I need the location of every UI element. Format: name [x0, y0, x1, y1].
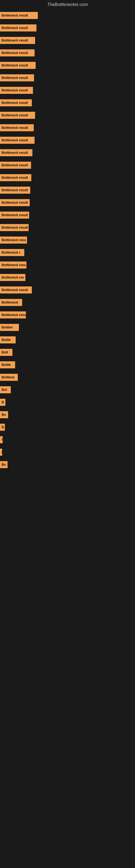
bar-row: Bot: [0, 386, 135, 394]
bar-label: I: [2, 438, 2, 442]
bottleneck-bar[interactable]: Bottle: [0, 336, 16, 343]
bottleneck-bar[interactable]: Bottle: [0, 361, 15, 368]
bar-row: Bo: [0, 461, 135, 469]
bottleneck-bar[interactable]: Bottleneck result: [0, 74, 34, 82]
bar-row: Bo: [0, 411, 135, 419]
bar-label: Bottleneck result: [2, 26, 28, 30]
bar-label: B: [2, 425, 4, 429]
bar-label: Bottle: [2, 363, 11, 367]
bar-row: Bott: [0, 349, 135, 356]
bottleneck-bar[interactable]: B: [0, 399, 5, 406]
bar-label: Bottleneck result: [2, 101, 28, 105]
bar-row: Bottleneck: [0, 299, 135, 307]
bar-label: Bottleneck result: [2, 288, 28, 292]
bottleneck-bar[interactable]: Bottleneck result: [0, 187, 30, 194]
bar-label: Bottleneck result: [2, 201, 28, 205]
bottleneck-bar[interactable]: Bottleneck result: [0, 149, 32, 156]
bottleneck-bar[interactable]: Bottleneck resu: [0, 311, 26, 318]
bar-label: Bottleneck resu: [2, 238, 26, 242]
bar-label: Bottleneck resu: [2, 263, 26, 267]
bottleneck-bar[interactable]: Bottleneck result: [0, 124, 34, 131]
bottleneck-bar[interactable]: Bottleneck result: [0, 224, 29, 231]
bar-label: I: [2, 450, 2, 454]
bottleneck-bar[interactable]: Bottleneck: [0, 299, 22, 306]
bar-row: Bottleneck result: [0, 37, 135, 44]
bar-row: Bottlene: [0, 374, 135, 381]
bar-label: Bott: [2, 350, 8, 354]
bar-label: Bottleneck result: [2, 113, 28, 117]
bottleneck-bar[interactable]: Bottleneck r: [0, 249, 24, 256]
bar-label: Bottleneck result: [2, 76, 28, 80]
bottleneck-bar[interactable]: Bottleneck resu: [0, 261, 27, 269]
bar-row: Bottleneck resu: [0, 311, 135, 319]
bar-row: B: [0, 399, 135, 406]
bar-row: Bottleneck r: [0, 249, 135, 257]
bar-label: Bottleneck result: [2, 38, 28, 42]
bar-row: Bottleneck result: [0, 212, 135, 219]
bottleneck-bar[interactable]: Bottleneck result: [0, 174, 31, 181]
bar-row: Bottleneck result: [0, 199, 135, 207]
bar-label: Bottleneck resu: [2, 313, 26, 317]
bottleneck-bar[interactable]: Bottleneck result: [0, 50, 35, 56]
bottleneck-bar[interactable]: Bottleneck result: [0, 62, 36, 69]
bar-row: Bottleneck result: [0, 74, 135, 82]
bar-row: Bottle: [0, 336, 135, 344]
bottleneck-bar[interactable]: Bott: [0, 349, 12, 356]
bar-row: Bottleneck result: [0, 87, 135, 94]
bottleneck-bar[interactable]: Bottleneck resu: [0, 237, 27, 244]
bottleneck-bar[interactable]: Bottleneck result: [0, 212, 29, 219]
bar-row: Bottleneck result: [0, 24, 135, 32]
bar-row: B: [0, 424, 135, 431]
bottleneck-bar[interactable]: Bottleneck result: [0, 162, 31, 169]
bar-row: Bottleneck result: [0, 187, 135, 194]
bar-row: Bottle: [0, 361, 135, 369]
bar-row: Bottleneck result: [0, 112, 135, 119]
bar-row: Bottleneck resu: [0, 237, 135, 244]
bottleneck-bar[interactable]: Bottleneck result: [0, 37, 35, 44]
bar-label: Bottleneck: [2, 301, 18, 304]
bar-label: Bottle: [2, 338, 11, 342]
bottleneck-bar[interactable]: Bottleneck result: [0, 199, 30, 206]
bar-row: Bottleneck result: [0, 174, 135, 182]
bar-row: Bottleneck result: [0, 149, 135, 157]
bar-label: Bot: [2, 388, 7, 392]
bottleneck-bar[interactable]: Bot: [0, 386, 11, 393]
bottleneck-bar[interactable]: Bottleneck result: [0, 286, 32, 293]
bar-row: I: [0, 436, 135, 444]
bar-label: Bo: [2, 463, 6, 467]
bar-label: B: [2, 400, 4, 404]
bottleneck-bar[interactable]: Bottleneck result: [0, 99, 32, 106]
bar-label: Bo: [2, 413, 6, 416]
bar-label: Bottleneck result: [2, 176, 28, 180]
bar-label: Bottlene: [2, 375, 14, 379]
bottleneck-bar[interactable]: Bottlene: [0, 374, 18, 381]
bar-row: Bottleneck result: [0, 286, 135, 294]
bar-row: I: [0, 448, 135, 456]
bottleneck-bar[interactable]: Bottleneck result: [0, 87, 33, 94]
bar-label: Bottleneck result: [2, 63, 28, 67]
bottleneck-bar[interactable]: Bottlen: [0, 324, 19, 331]
bar-label: Bottleneck result: [2, 88, 28, 92]
bar-label: Bottleneck result: [2, 51, 28, 55]
bottleneck-bar[interactable]: Bottleneck res: [0, 274, 26, 281]
bottleneck-bar[interactable]: I: [0, 448, 2, 456]
bar-label: Bottleneck result: [2, 138, 28, 142]
bar-row: Bottleneck result: [0, 62, 135, 69]
bottleneck-bar[interactable]: Bottleneck result: [0, 112, 35, 119]
bar-label: Bottleneck result: [2, 213, 28, 217]
bottleneck-bar[interactable]: I: [0, 436, 3, 443]
bottleneck-bar[interactable]: Bottleneck result: [0, 24, 37, 31]
bottleneck-bar[interactable]: Bottleneck result: [0, 12, 38, 19]
bar-row: Bottleneck result: [0, 50, 135, 57]
bar-row: Bottleneck resu: [0, 261, 135, 269]
bottleneck-bar[interactable]: Bottleneck result: [0, 137, 35, 144]
bar-row: Bottleneck result: [0, 99, 135, 107]
bottleneck-bar[interactable]: Bo: [0, 411, 8, 418]
bar-label: Bottlen: [2, 326, 13, 329]
bar-label: Bottleneck result: [2, 226, 28, 229]
bottleneck-bar[interactable]: Bo: [0, 461, 8, 468]
bottleneck-bar[interactable]: B: [0, 424, 5, 431]
site-title: TheBottlenecker.com: [0, 0, 135, 9]
bar-label: Bottleneck result: [2, 163, 28, 167]
bar-label: Bottleneck result: [2, 151, 28, 155]
